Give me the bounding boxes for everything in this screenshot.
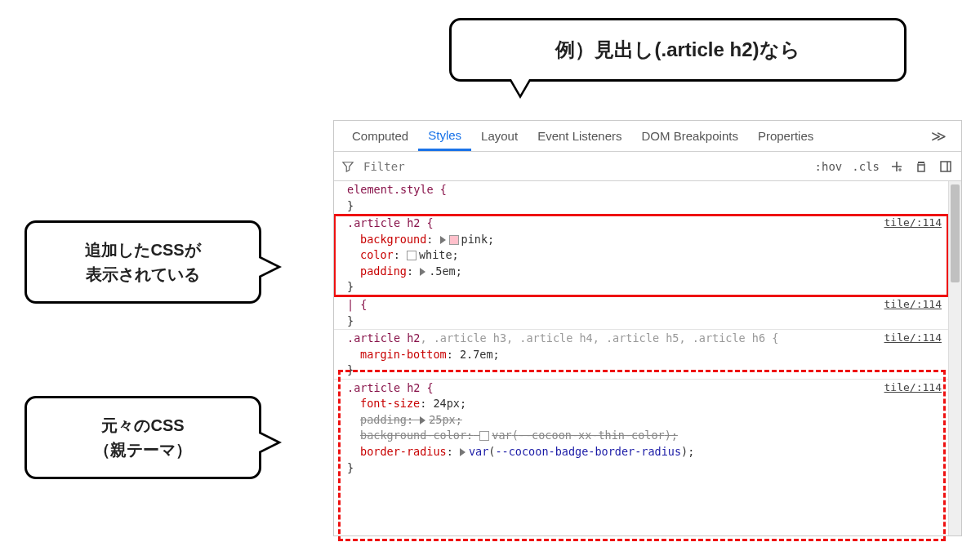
css-var-fn: var [492, 429, 511, 442]
tabs-overflow-button[interactable]: ≫ [924, 127, 953, 145]
css-declaration[interactable]: margin-bottom: 2.7em; [341, 347, 942, 363]
css-value: pink [461, 233, 488, 246]
css-property: background-color [360, 429, 466, 442]
css-var-name: --cocoon-xx-thin-color [519, 429, 665, 442]
css-declaration[interactable]: padding: .5em; [341, 264, 942, 280]
tab-computed[interactable]: Computed [342, 121, 418, 151]
tab-event-listeners[interactable]: Event Listeners [528, 121, 631, 151]
vertical-scrollbar[interactable] [948, 181, 961, 535]
rule-parent-h2[interactable]: tile/:114 .article h2 { font-size: 24px;… [334, 380, 948, 476]
annotation-added-css: 追加したCSSが 表示されている [24, 220, 261, 304]
styles-toolbar: :hov .cls [815, 159, 953, 174]
selector-text: .article h2 { [347, 381, 434, 394]
annotation-example-heading: 例）見出し(.article h2)なら [449, 18, 906, 82]
speech-tail-icon [509, 79, 532, 99]
selector-unmatched: , .article h3, .article h4, .article h5,… [420, 331, 778, 344]
devtools-tabs: Computed Styles Layout Event Listeners D… [334, 121, 961, 152]
hov-toggle[interactable]: :hov [815, 160, 843, 173]
svg-rect-4 [941, 162, 951, 171]
css-property: margin-bottom [360, 348, 447, 361]
source-link[interactable]: tile/:114 [884, 216, 942, 231]
annotation-text-line2: 表示されている [86, 265, 200, 283]
selector-matched: .article h2 [347, 331, 420, 344]
styles-rules-scroll: element.style { } tile/:114 .article h2 … [334, 181, 961, 535]
color-swatch-icon[interactable] [479, 431, 489, 441]
close-brace: } [347, 461, 354, 474]
source-link[interactable]: tile/:114 [884, 380, 942, 396]
filter-icon [342, 161, 354, 172]
css-declaration[interactable]: font-size: 24px; [341, 396, 942, 412]
expand-triangle-icon[interactable] [460, 448, 466, 456]
computed-sidebar-toggle[interactable] [938, 159, 953, 174]
svg-rect-0 [918, 162, 924, 163]
css-declaration-overridden[interactable]: background-color: var(--cocoon-xx-thin-c… [341, 428, 942, 444]
tab-layout[interactable]: Layout [471, 121, 528, 151]
css-value: 2.7em [460, 348, 493, 361]
css-property: padding [360, 413, 407, 426]
css-declaration[interactable]: background: pink; [341, 232, 942, 248]
rule-parent-heading-group[interactable]: tile/:114 .article h2, .article h3, .art… [334, 330, 948, 380]
close-brace: } [347, 314, 354, 327]
styles-rules-list: element.style { } tile/:114 .article h2 … [334, 181, 948, 535]
color-swatch-icon[interactable] [407, 251, 416, 260]
scrollbar-thumb[interactable] [951, 184, 960, 282]
devtools-panel: Computed Styles Layout Event Listeners D… [333, 120, 962, 536]
css-value: 25px [429, 413, 456, 426]
styles-filter-bar: :hov .cls [334, 152, 961, 181]
css-value: .5em [429, 264, 456, 278]
expand-triangle-icon[interactable] [420, 416, 425, 424]
expand-triangle-icon[interactable] [440, 236, 446, 244]
annotation-text-line1: 元々のCSS [101, 416, 184, 434]
annotation-text: 例）見出し(.article h2)なら [555, 38, 800, 60]
rule-added-css[interactable]: tile/:114 .article h2 { background: pink… [334, 215, 948, 296]
annotation-text-line2: （親テーマ） [94, 441, 192, 459]
css-value: white [419, 248, 452, 261]
color-swatch-icon[interactable] [449, 235, 459, 245]
source-link[interactable]: tile/:114 [884, 297, 942, 313]
css-property: border-radius [360, 445, 447, 458]
annotation-text-line1: 追加したCSSが [85, 241, 200, 259]
css-var-name: --cocoon-badge-border-radius [495, 445, 681, 458]
speech-tail-icon [259, 256, 282, 278]
selector-text: | { [347, 298, 367, 311]
selector-text: .article h2 { [347, 216, 434, 229]
css-property: font-size [360, 397, 420, 410]
css-var-fn: var [469, 445, 488, 458]
selector-text: element.style { [347, 183, 447, 196]
css-property: padding [360, 264, 407, 278]
tab-properties[interactable]: Properties [748, 121, 823, 151]
rule-anonymous[interactable]: tile/:114 | { } [334, 296, 948, 330]
tab-styles[interactable]: Styles [418, 121, 471, 151]
cls-toggle[interactable]: .cls [852, 160, 880, 173]
close-brace: } [347, 280, 354, 293]
new-style-rule-button[interactable] [889, 159, 904, 174]
css-declaration-overridden[interactable]: padding: 25px; [341, 412, 942, 429]
styles-filter-input[interactable] [362, 159, 807, 174]
speech-tail-icon [259, 431, 282, 454]
svg-rect-1 [918, 165, 924, 171]
flexbox-overlay-button[interactable] [914, 159, 929, 174]
close-brace: } [347, 199, 354, 212]
rule-element-style[interactable]: element.style { } [334, 181, 948, 215]
css-property: color [360, 248, 394, 261]
annotation-original-css: 元々のCSS （親テーマ） [24, 396, 261, 479]
css-property: background [360, 233, 426, 246]
css-declaration[interactable]: border-radius: var(--cocoon-badge-border… [341, 444, 942, 460]
css-declaration[interactable]: color: white; [341, 247, 942, 264]
css-value: 24px [433, 397, 460, 410]
source-link[interactable]: tile/:114 [884, 331, 942, 346]
close-brace: } [347, 363, 354, 376]
tab-dom-breakpoints[interactable]: DOM Breakpoints [632, 121, 748, 151]
expand-triangle-icon[interactable] [420, 268, 425, 276]
